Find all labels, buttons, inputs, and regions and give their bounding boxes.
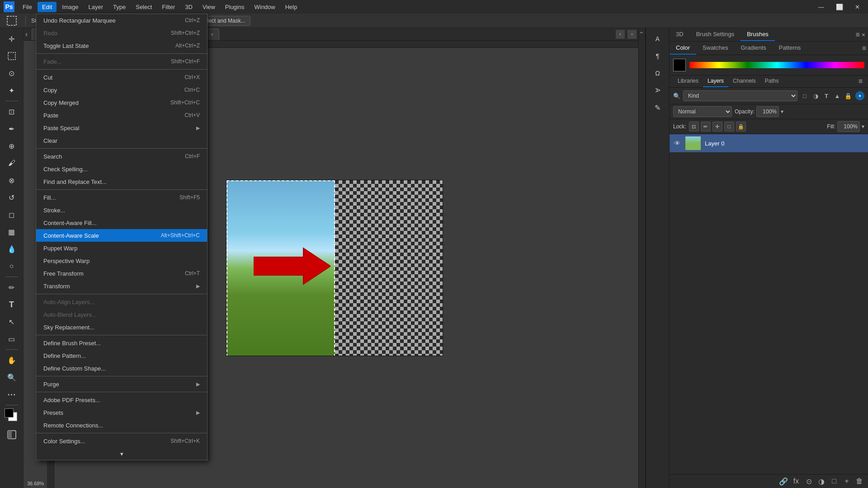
menu-help[interactable]: Help xyxy=(281,2,302,12)
menu-transform[interactable]: Transform ▶ xyxy=(36,280,207,292)
menu-3d[interactable]: 3D xyxy=(180,2,197,12)
lock-position[interactable]: ✛ xyxy=(712,122,722,131)
menu-stroke[interactable]: Stroke... xyxy=(36,204,207,216)
menu-copy[interactable]: Copy Ctrl+C xyxy=(36,84,207,96)
menu-remote-connections[interactable]: Remote Connections... xyxy=(36,419,207,432)
tab-paths[interactable]: Paths xyxy=(760,75,783,87)
menu-file[interactable]: File xyxy=(18,2,37,12)
lock-image-pixels[interactable]: ✏ xyxy=(701,122,711,131)
vertical-text-btn[interactable]: A xyxy=(650,82,666,99)
more-tools[interactable]: • • • xyxy=(4,386,20,403)
lock-all[interactable]: 🔒 xyxy=(736,122,746,131)
tab-libraries[interactable]: Libraries xyxy=(673,75,703,87)
filter-adjustment-icon[interactable]: ◑ xyxy=(811,91,820,100)
canvas-tab-close[interactable]: × xyxy=(211,32,213,37)
new-adjustment-btn[interactable]: ◑ xyxy=(816,476,826,486)
panel-collapse-right[interactable]: ‹ xyxy=(638,32,646,34)
menu-purge[interactable]: Purge ▶ xyxy=(36,378,207,390)
filter-type-icon[interactable]: T xyxy=(822,91,831,100)
layer-visibility-toggle[interactable]: 👁 xyxy=(673,139,681,147)
menu-define-pattern[interactable]: Define Pattern... xyxy=(36,349,207,362)
menu-cut[interactable]: Cut Ctrl+X xyxy=(36,71,207,84)
panel-menu-icon[interactable]: ≡ xyxy=(855,31,859,39)
lock-transparent-pixels[interactable]: ⊡ xyxy=(689,122,699,131)
menu-copy-merged[interactable]: Copy Merged Shift+Ctrl+C xyxy=(36,96,207,109)
add-mask-btn[interactable]: ⊙ xyxy=(804,476,814,486)
tab-brush-settings[interactable]: Brush Settings xyxy=(690,28,741,41)
menu-check-spelling[interactable]: Check Spelling... xyxy=(36,163,207,175)
glyph-btn[interactable]: Ω xyxy=(650,65,666,81)
new-layer-btn[interactable]: + xyxy=(842,476,852,486)
menu-define-custom-shape[interactable]: Define Custom Shape... xyxy=(36,362,207,375)
history-brush-tool[interactable]: ↺ xyxy=(4,189,20,206)
fg-color-swatch[interactable] xyxy=(673,59,686,71)
lock-artboard[interactable]: □ xyxy=(724,122,734,131)
text-vertical-btn[interactable]: A xyxy=(650,31,666,47)
menu-paste-special[interactable]: Paste Special ▶ xyxy=(36,122,207,134)
delete-layer-btn[interactable]: 🗑 xyxy=(854,476,864,486)
opacity-chevron[interactable]: ▾ xyxy=(781,108,783,115)
quick-mask-tool[interactable] xyxy=(4,427,20,443)
dodge-tool[interactable]: ○ xyxy=(4,258,20,274)
filter-pixel-icon[interactable]: □ xyxy=(800,91,809,100)
lasso-tool[interactable]: ⊙ xyxy=(4,65,20,81)
menu-presets[interactable]: Presets ▶ xyxy=(36,406,207,419)
filter-shape-icon[interactable]: ▲ xyxy=(833,91,842,100)
gradient-tool[interactable]: ▦ xyxy=(4,224,20,240)
menu-fill[interactable]: Fill... Shift+F5 xyxy=(36,191,207,204)
menu-search[interactable]: Search Ctrl+F xyxy=(36,150,207,163)
blend-mode-select[interactable]: Normal xyxy=(673,106,732,117)
tab-swatches[interactable]: Swatches xyxy=(696,42,734,55)
brush-tool[interactable]: 🖌 xyxy=(4,155,20,171)
tab-nav-right[interactable]: › xyxy=(627,30,637,39)
menu-free-transform[interactable]: Free Transform Ctrl+T xyxy=(36,267,207,280)
layer-item[interactable]: 👁 Layer 0 xyxy=(670,134,868,152)
type-tool[interactable]: T xyxy=(4,296,20,313)
menu-color-settings[interactable]: Color Settings... Shift+Ctrl+K xyxy=(36,435,207,447)
menu-perspective-warp[interactable]: Perspective Warp xyxy=(36,254,207,267)
move-tool[interactable]: ✛ xyxy=(4,31,20,47)
menu-find-replace[interactable]: Find and Replace Text... xyxy=(36,175,207,188)
maximize-btn[interactable]: ⬜ xyxy=(831,2,848,12)
tab-patterns[interactable]: Patterns xyxy=(773,42,807,55)
path-selection-tool[interactable]: ↖ xyxy=(4,314,20,330)
tab-channels[interactable]: Channels xyxy=(728,75,760,87)
blur-tool[interactable]: 💧 xyxy=(4,241,20,257)
menu-define-brush[interactable]: Define Brush Preset... xyxy=(36,337,207,349)
link-layers-btn[interactable]: 🔗 xyxy=(778,476,788,486)
minimize-btn[interactable]: — xyxy=(814,2,829,12)
tab-layers[interactable]: Layers xyxy=(703,75,728,87)
hand-tool[interactable]: ✋ xyxy=(4,352,20,368)
panel-collapse-left[interactable]: ‹ xyxy=(25,30,32,38)
add-style-btn[interactable]: fx xyxy=(791,476,801,486)
menu-window[interactable]: Window xyxy=(250,2,279,12)
menu-type[interactable]: Type xyxy=(108,2,130,12)
eraser-tool[interactable]: ◻ xyxy=(4,206,20,223)
menu-more[interactable]: ▾ xyxy=(36,447,207,460)
tab-color[interactable]: Color xyxy=(670,42,696,55)
menu-undo[interactable]: Undo Rectangular Marquee Ctrl+Z xyxy=(36,14,207,27)
menu-sky-replacement[interactable]: Sky Replacement... xyxy=(36,321,207,333)
color-swatches[interactable] xyxy=(4,408,20,424)
menu-paste[interactable]: Paste Ctrl+V xyxy=(36,109,207,122)
menu-layer[interactable]: Layer xyxy=(84,2,108,12)
menu-puppet-warp[interactable]: Puppet Warp xyxy=(36,242,207,254)
color-panel-menu-icon[interactable]: ≡ xyxy=(862,44,866,52)
tab-gradients[interactable]: Gradients xyxy=(734,42,772,55)
eyedropper-tool[interactable]: ✒ xyxy=(4,121,20,137)
tab-brushes[interactable]: Brushes xyxy=(741,28,775,41)
menu-edit[interactable]: Edit xyxy=(38,2,57,12)
tab-nav-left[interactable]: ‹ xyxy=(616,30,625,39)
layers-panel-menu-icon[interactable]: ≡ xyxy=(859,77,863,85)
fill-input[interactable] xyxy=(837,121,860,132)
marquee-tool[interactable] xyxy=(4,48,20,64)
opacity-input[interactable] xyxy=(756,106,779,117)
menu-image[interactable]: Image xyxy=(57,2,83,12)
kind-select[interactable]: Kind xyxy=(683,90,797,101)
menu-view[interactable]: View xyxy=(198,2,220,12)
shape-tool[interactable]: ▭ xyxy=(4,331,20,347)
panel-close-icon[interactable]: × xyxy=(862,31,865,38)
paragraph-btn[interactable]: ¶ xyxy=(650,48,666,64)
filter-smart-icon[interactable]: 🔒 xyxy=(844,91,853,100)
mask-text-btn[interactable]: ✎ xyxy=(650,99,666,116)
